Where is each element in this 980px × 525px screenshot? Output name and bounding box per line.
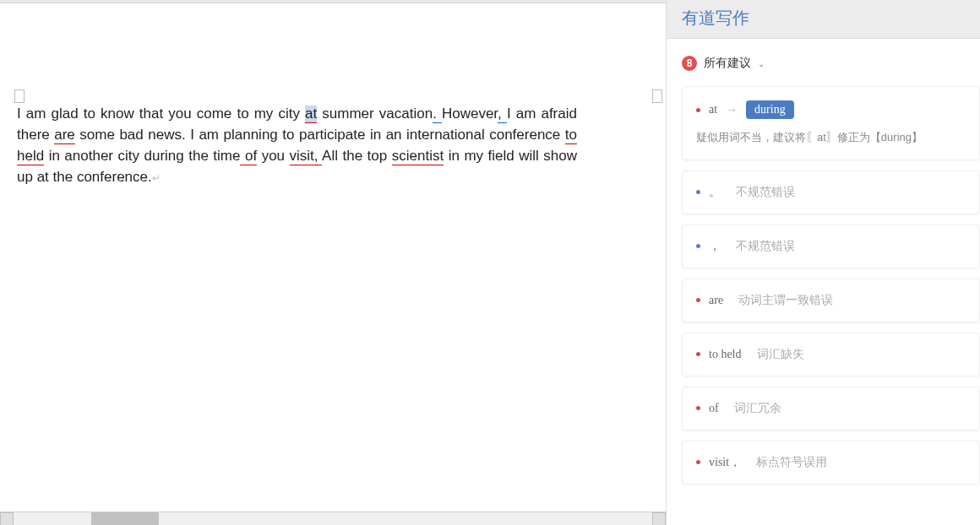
original-word: of <box>709 402 719 415</box>
original-word: visit， <box>709 455 741 470</box>
severity-dot-icon <box>696 406 700 410</box>
panel-title: 有道写作 <box>682 7 965 30</box>
original-word: ， <box>709 239 721 254</box>
suggestion-card-expanded[interactable]: at → during 疑似用词不当，建议将〖at〗修正为【during】 <box>682 86 980 160</box>
document-text[interactable]: I am glad to know that you come to my ci… <box>0 103 594 189</box>
severity-dot-icon <box>696 108 700 112</box>
suggestion-count-badge: 8 <box>682 56 697 71</box>
all-suggestions-label: 所有建议 <box>704 56 751 71</box>
suggestion-description: 疑似用词不当，建议将〖at〗修正为【during】 <box>696 129 966 146</box>
suggestions-dropdown[interactable]: 8 所有建议 ⌄ <box>667 39 980 79</box>
suggestion-card[interactable]: to held 词汇缺失 <box>682 333 980 376</box>
suggestion-cards: at → during 疑似用词不当，建议将〖at〗修正为【during】 。 … <box>667 79 980 491</box>
left-margin-handle[interactable] <box>14 89 24 103</box>
error-type: 不规范错误 <box>736 239 795 254</box>
text: summer vacation <box>317 106 433 122</box>
original-word: to held <box>709 348 742 361</box>
text: ll the top <box>331 148 391 164</box>
scroll-track[interactable] <box>14 512 652 525</box>
suggested-word[interactable]: during <box>746 100 794 119</box>
severity-dot-icon <box>696 460 700 464</box>
error-type: 动词主谓一致错误 <box>738 293 833 308</box>
severity-dot-icon <box>696 244 700 248</box>
error-type: 标点符号误用 <box>756 455 827 470</box>
text: in another city during the time <box>44 148 240 164</box>
arrow-icon: → <box>726 103 738 116</box>
error-are[interactable]: are <box>54 127 75 144</box>
original-word: are <box>709 294 723 307</box>
error-type: 不规范错误 <box>736 185 795 200</box>
error-scientist[interactable]: scientist <box>392 148 444 165</box>
error-type: 词汇缺失 <box>757 347 804 362</box>
severity-dot-icon <box>696 190 700 194</box>
suggestions-panel: 有道写作 8 所有建议 ⌄ at → during 疑似用词不当，建议将〖at〗… <box>666 0 980 525</box>
suggestion-card[interactable]: visit， 标点符号误用 <box>682 441 980 484</box>
chevron-down-icon: ⌄ <box>758 59 765 68</box>
error-visit[interactable]: visit, <box>290 148 318 165</box>
suggestion-card[interactable]: ， 不规范错误 <box>682 225 980 268</box>
original-word: 。 <box>709 185 721 200</box>
text: However <box>442 106 498 122</box>
page-top-margin <box>0 3 666 103</box>
suggestion-card[interactable]: 。 不规范错误 <box>682 170 980 214</box>
text: I am glad to know that you come to my ci… <box>17 106 305 122</box>
severity-dot-icon <box>696 298 700 302</box>
document-scroll[interactable]: I am glad to know that you come to my ci… <box>0 3 666 511</box>
suggestion-card[interactable]: are 动词主谓一致错误 <box>682 279 980 322</box>
panel-header: 有道写作 <box>667 0 980 39</box>
paragraph-mark: ↵ <box>152 172 161 184</box>
error-at[interactable]: at <box>305 106 317 123</box>
scroll-left-button[interactable] <box>0 512 14 525</box>
original-word: at <box>709 103 717 116</box>
error-type: 词汇冗余 <box>734 401 781 416</box>
text: you <box>257 148 289 164</box>
horizontal-scrollbar[interactable] <box>0 511 666 525</box>
text: A <box>322 148 331 164</box>
scroll-right-button[interactable] <box>652 512 666 525</box>
editor-pane: I am glad to know that you come to my ci… <box>0 0 666 525</box>
right-margin-handle[interactable] <box>652 89 662 103</box>
scroll-thumb[interactable] <box>91 512 159 525</box>
suggestion-card[interactable]: of 词汇冗余 <box>682 387 980 430</box>
text: some bad news. I am planning to particip… <box>75 127 565 143</box>
severity-dot-icon <box>696 352 700 356</box>
error-of[interactable]: of <box>240 148 257 165</box>
